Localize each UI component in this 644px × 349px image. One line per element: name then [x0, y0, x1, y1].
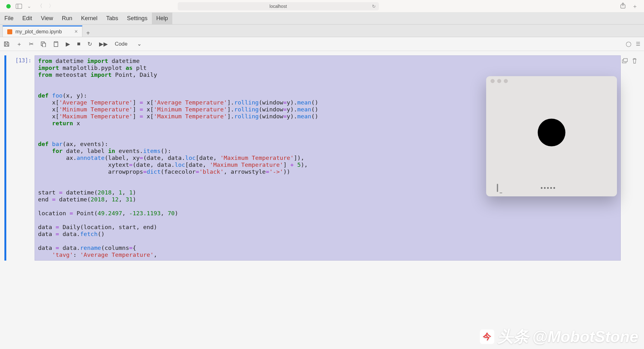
watermark-handle: @MobotStone [532, 328, 638, 346]
overlay-titlebar[interactable] [486, 76, 617, 86]
notebook-tab[interactable]: my_plot_demo.ipynb × [3, 25, 82, 37]
new-tab-icon[interactable]: ＋ [632, 3, 638, 10]
nav-forward-icon[interactable]: 〉 [47, 3, 55, 9]
kernel-status-icon: ◯ [626, 41, 631, 47]
paste-icon[interactable] [53, 41, 59, 47]
overlay-footer: ••••• [486, 179, 617, 196]
svg-rect-0 [16, 4, 22, 8]
share-icon[interactable] [620, 3, 626, 10]
tab-close-icon[interactable]: × [75, 28, 78, 35]
overlay-body [486, 86, 617, 179]
app-menubar: File Edit View Run Kernel Tabs Settings … [0, 13, 644, 25]
url-bar[interactable]: localhost ↻ [178, 2, 379, 10]
browser-titlebar: ⌄ 〈 〉 localhost ↻ ＋ [0, 0, 644, 13]
hamburger-icon[interactable]: ☰ [636, 41, 640, 47]
chevron-down-icon: ⌄ [137, 41, 142, 47]
reload-icon[interactable]: ↻ [372, 4, 376, 9]
cell-type-dropdown[interactable]: Code ⌄ [115, 41, 142, 47]
screen-share-overlay[interactable]: ••••• [486, 76, 617, 196]
menu-file[interactable]: File [0, 13, 18, 24]
menu-edit[interactable]: Edit [18, 13, 36, 24]
overlay-traffic-dot[interactable] [497, 79, 501, 83]
overlay-traffic-dot[interactable] [491, 79, 495, 83]
copy-icon[interactable] [41, 41, 46, 47]
notebook-toolbar: ＋ ✂ ▶ ■ ↻ ▶▶ Code ⌄ ◯ ☰ [0, 37, 644, 51]
svg-rect-6 [55, 41, 57, 42]
cell-exec-prompt: [13]: [6, 55, 35, 261]
notebook-area: [13]: from datetime import datetime impo… [0, 51, 644, 349]
monitor-icon[interactable] [497, 184, 498, 192]
url-text: localhost [269, 4, 287, 9]
chevron-down-icon[interactable]: ⌄ [26, 3, 32, 9]
duplicate-cell-icon[interactable] [622, 58, 628, 261]
watermark-badge-icon: 今 [480, 329, 494, 344]
new-tab-button[interactable]: + [82, 30, 94, 37]
webcam-placeholder-circle [538, 119, 565, 146]
svg-rect-4 [42, 43, 46, 47]
save-icon[interactable] [4, 41, 9, 47]
menu-help[interactable]: Help [152, 13, 172, 24]
stop-icon[interactable]: ■ [77, 41, 80, 47]
notebook-icon [7, 29, 12, 34]
svg-rect-8 [624, 59, 627, 62]
menu-view[interactable]: View [36, 13, 58, 24]
fast-forward-icon[interactable]: ▶▶ [99, 41, 108, 48]
delete-cell-icon[interactable] [632, 58, 637, 261]
add-cell-icon[interactable]: ＋ [16, 40, 22, 48]
tab-filename: my_plot_demo.ipynb [15, 29, 62, 35]
window-traffic-green[interactable] [6, 4, 11, 8]
document-tabbar: my_plot_demo.ipynb × + [0, 25, 644, 37]
cell-toolbar [621, 55, 640, 261]
cut-icon[interactable]: ✂ [29, 41, 34, 48]
sidebar-toggle-icon[interactable] [16, 4, 22, 9]
menu-tabs[interactable]: Tabs [102, 13, 123, 24]
nav-back-icon[interactable]: 〈 [36, 3, 44, 9]
overlay-traffic-dot[interactable] [504, 79, 508, 83]
menu-kernel[interactable]: Kernel [77, 13, 102, 24]
restart-icon[interactable]: ↻ [87, 41, 92, 48]
watermark-prefix: 头条 [497, 326, 529, 347]
cell-type-value: Code [115, 41, 128, 47]
watermark: 今 头条 @MobotStone [480, 326, 638, 347]
overlay-dots-indicator: ••••• [541, 184, 556, 192]
run-icon[interactable]: ▶ [66, 41, 70, 48]
menu-settings[interactable]: Settings [123, 13, 152, 24]
menu-run[interactable]: Run [58, 13, 77, 24]
